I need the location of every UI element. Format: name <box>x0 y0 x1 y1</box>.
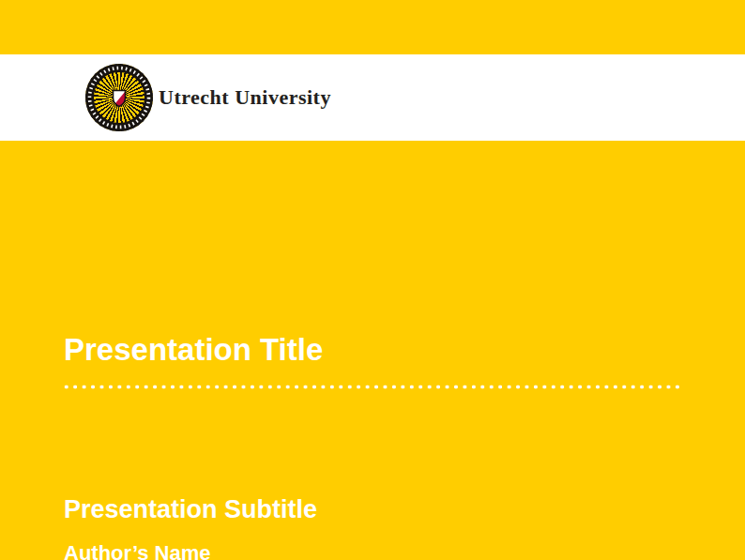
author-name: Author’s Name <box>64 541 210 560</box>
utrecht-university-logo: Utrecht University <box>85 64 331 131</box>
top-yellow-band <box>0 0 745 54</box>
presentation-subtitle: Presentation Subtitle <box>64 494 317 524</box>
logo-band: Utrecht University <box>0 54 745 141</box>
university-wordmark: Utrecht University <box>159 85 331 110</box>
title-slide: Utrecht University Presentation Title Pr… <box>0 0 745 560</box>
sun-emblem-icon <box>85 64 153 131</box>
dotted-divider <box>62 383 684 391</box>
presentation-title: Presentation Title <box>64 331 323 369</box>
sun-ring-and-shield-icon <box>85 64 153 131</box>
slide-body: Presentation Title Presentation Subtitle… <box>0 141 745 560</box>
